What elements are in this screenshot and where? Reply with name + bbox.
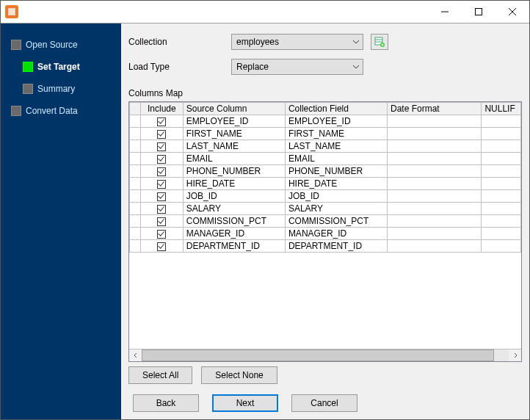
source-column-cell[interactable]: LAST_NAME bbox=[183, 140, 285, 153]
table-row[interactable]: DEPARTMENT_IDDEPARTMENT_ID bbox=[130, 240, 521, 253]
date-format-cell[interactable] bbox=[388, 240, 482, 253]
select-none-button[interactable]: Select None bbox=[201, 366, 277, 384]
collection-field-cell[interactable]: FIRST_NAME bbox=[285, 128, 387, 140]
table-row[interactable]: EMAILEMAIL bbox=[130, 153, 521, 165]
collection-field-cell[interactable]: HIRE_DATE bbox=[285, 178, 387, 190]
include-checkbox[interactable] bbox=[157, 192, 166, 201]
date-format-cell[interactable] bbox=[388, 165, 482, 178]
include-cell[interactable] bbox=[140, 153, 183, 165]
collection-field-cell[interactable]: COMMISSION_PCT bbox=[285, 215, 387, 228]
nullif-cell[interactable] bbox=[482, 190, 521, 203]
nullif-cell[interactable] bbox=[482, 140, 521, 153]
nullif-cell[interactable] bbox=[482, 203, 521, 215]
include-cell[interactable] bbox=[140, 203, 183, 215]
source-column-cell[interactable]: FIRST_NAME bbox=[183, 128, 285, 140]
collection-select[interactable]: employees bbox=[231, 34, 363, 50]
load-type-select[interactable]: Replace bbox=[231, 59, 363, 75]
header-date-format[interactable]: Date Format bbox=[388, 103, 482, 115]
nullif-cell[interactable] bbox=[482, 215, 521, 228]
source-column-cell[interactable]: EMPLOYEE_ID bbox=[183, 115, 285, 128]
date-format-cell[interactable] bbox=[388, 228, 482, 240]
date-format-cell[interactable] bbox=[388, 128, 482, 140]
table-row[interactable]: FIRST_NAMEFIRST_NAME bbox=[130, 128, 521, 140]
cancel-button[interactable]: Cancel bbox=[291, 394, 357, 412]
row-handle[interactable] bbox=[130, 128, 141, 140]
add-collection-button[interactable] bbox=[371, 34, 388, 50]
row-handle[interactable] bbox=[130, 178, 141, 190]
source-column-cell[interactable]: JOB_ID bbox=[183, 190, 285, 203]
date-format-cell[interactable] bbox=[388, 190, 482, 203]
table-row[interactable]: COMMISSION_PCTCOMMISSION_PCT bbox=[130, 215, 521, 228]
header-include[interactable]: Include bbox=[140, 103, 183, 115]
sidebar-item-convert-data[interactable]: Convert Data bbox=[1, 100, 121, 122]
table-row[interactable]: MANAGER_IDMANAGER_ID bbox=[130, 228, 521, 240]
row-handle[interactable] bbox=[130, 215, 141, 228]
nullif-cell[interactable] bbox=[482, 165, 521, 178]
sidebar-item-open-source[interactable]: Open Source bbox=[1, 34, 121, 56]
date-format-cell[interactable] bbox=[388, 203, 482, 215]
row-handle[interactable] bbox=[130, 190, 141, 203]
collection-field-cell[interactable]: SALARY bbox=[285, 203, 387, 215]
include-cell[interactable] bbox=[140, 228, 183, 240]
include-cell[interactable] bbox=[140, 140, 183, 153]
date-format-cell[interactable] bbox=[388, 153, 482, 165]
collection-field-cell[interactable]: LAST_NAME bbox=[285, 140, 387, 153]
collection-field-cell[interactable]: PHONE_NUMBER bbox=[285, 165, 387, 178]
include-checkbox[interactable] bbox=[157, 167, 166, 176]
next-button[interactable]: Next bbox=[212, 394, 278, 412]
include-checkbox[interactable] bbox=[157, 230, 166, 239]
row-handle[interactable] bbox=[130, 140, 141, 153]
select-all-button[interactable]: Select All bbox=[128, 366, 192, 384]
nullif-cell[interactable] bbox=[482, 128, 521, 140]
collection-field-cell[interactable]: EMAIL bbox=[285, 153, 387, 165]
table-row[interactable]: PHONE_NUMBERPHONE_NUMBER bbox=[130, 165, 521, 178]
include-cell[interactable] bbox=[140, 165, 183, 178]
include-checkbox[interactable] bbox=[157, 180, 166, 189]
include-checkbox[interactable] bbox=[157, 117, 166, 126]
source-column-cell[interactable]: COMMISSION_PCT bbox=[183, 215, 285, 228]
include-checkbox[interactable] bbox=[157, 242, 166, 251]
scrollbar-thumb[interactable] bbox=[142, 350, 494, 361]
include-cell[interactable] bbox=[140, 190, 183, 203]
header-nullif[interactable]: NULLIF bbox=[482, 103, 521, 115]
sidebar-item-summary[interactable]: Summary bbox=[1, 78, 121, 100]
include-cell[interactable] bbox=[140, 215, 183, 228]
scroll-right-arrow[interactable] bbox=[509, 350, 521, 362]
include-checkbox[interactable] bbox=[157, 155, 166, 164]
collection-field-cell[interactable]: EMPLOYEE_ID bbox=[285, 115, 387, 128]
source-column-cell[interactable]: HIRE_DATE bbox=[183, 178, 285, 190]
row-handle[interactable] bbox=[130, 203, 141, 215]
date-format-cell[interactable] bbox=[388, 115, 482, 128]
scroll-left-arrow[interactable] bbox=[129, 350, 142, 362]
date-format-cell[interactable] bbox=[388, 178, 482, 190]
include-cell[interactable] bbox=[140, 115, 183, 128]
include-checkbox[interactable] bbox=[157, 142, 166, 151]
source-column-cell[interactable]: PHONE_NUMBER bbox=[183, 165, 285, 178]
table-row[interactable]: SALARYSALARY bbox=[130, 203, 521, 215]
include-checkbox[interactable] bbox=[157, 217, 166, 226]
nullif-cell[interactable] bbox=[482, 240, 521, 253]
include-checkbox[interactable] bbox=[157, 205, 166, 214]
nullif-cell[interactable] bbox=[482, 153, 521, 165]
table-row[interactable]: LAST_NAMELAST_NAME bbox=[130, 140, 521, 153]
row-handle[interactable] bbox=[130, 165, 141, 178]
source-column-cell[interactable]: DEPARTMENT_ID bbox=[183, 240, 285, 253]
include-cell[interactable] bbox=[140, 178, 183, 190]
collection-field-cell[interactable]: MANAGER_ID bbox=[285, 228, 387, 240]
row-handle[interactable] bbox=[130, 153, 141, 165]
collection-field-cell[interactable]: DEPARTMENT_ID bbox=[285, 240, 387, 253]
table-row[interactable]: JOB_IDJOB_ID bbox=[130, 190, 521, 203]
row-handle[interactable] bbox=[130, 240, 141, 253]
header-collection-field[interactable]: Collection Field bbox=[285, 103, 387, 115]
table-row[interactable]: HIRE_DATEHIRE_DATE bbox=[130, 178, 521, 190]
header-source-column[interactable]: Source Column bbox=[183, 103, 285, 115]
row-handle[interactable] bbox=[130, 228, 141, 240]
nullif-cell[interactable] bbox=[482, 178, 521, 190]
row-handle[interactable] bbox=[130, 115, 141, 128]
include-cell[interactable] bbox=[140, 240, 183, 253]
table-row[interactable]: EMPLOYEE_IDEMPLOYEE_ID bbox=[130, 115, 521, 128]
collection-field-cell[interactable]: JOB_ID bbox=[285, 190, 387, 203]
source-column-cell[interactable]: EMAIL bbox=[183, 153, 285, 165]
include-checkbox[interactable] bbox=[157, 130, 166, 139]
date-format-cell[interactable] bbox=[388, 215, 482, 228]
